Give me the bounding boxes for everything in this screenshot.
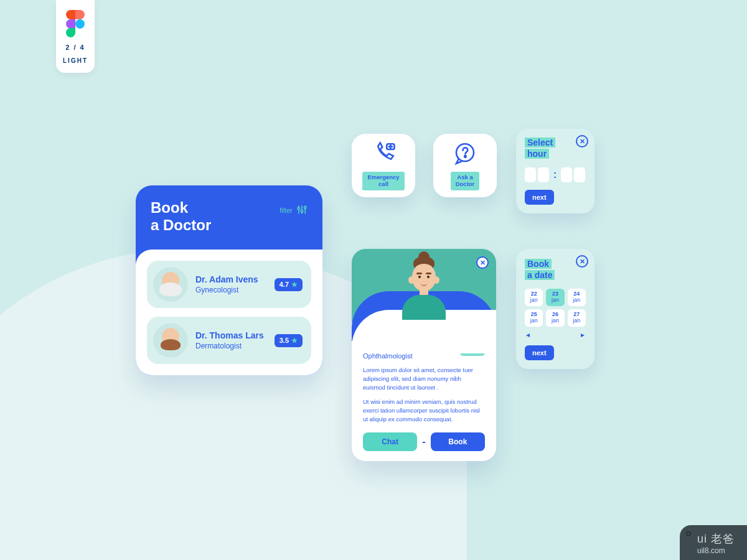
figma-logo-icon bbox=[66, 10, 85, 37]
date-cell[interactable]: 25jan bbox=[525, 309, 543, 327]
svg-point-3 bbox=[301, 210, 303, 212]
chat-button[interactable]: Chat bbox=[363, 432, 417, 451]
doctor-name: Dr. Thomas Lars bbox=[195, 330, 267, 340]
book-date-card: ✕ Booka date 22jan23jan24jan25jan26jan27… bbox=[516, 249, 594, 369]
separator: - bbox=[422, 436, 425, 447]
doctor-name: Dr. Adam Ivens bbox=[195, 274, 267, 284]
hour-digit-input[interactable] bbox=[538, 167, 549, 182]
next-button[interactable]: next bbox=[525, 345, 554, 360]
book-doctor-title: Book a Doctor bbox=[151, 199, 211, 233]
doctor-list-item[interactable]: Dr. Thomas Lars Dermatologist 3.5 ★ bbox=[147, 317, 311, 364]
emergency-call-tile[interactable]: Emergencycall bbox=[352, 134, 415, 197]
watermark-logo: ui 老爸 bbox=[697, 531, 735, 546]
date-grid: 22jan23jan24jan25jan26jan27jan bbox=[525, 289, 586, 327]
next-arrow-icon[interactable]: ▸ bbox=[581, 330, 585, 339]
rating-value: 3.5 bbox=[280, 337, 289, 344]
tile-label: Emergencycall bbox=[362, 172, 404, 190]
date-cell[interactable]: 24jan bbox=[568, 289, 586, 306]
svg-point-1 bbox=[298, 207, 300, 210]
rating-badge: 3.5 ★ bbox=[275, 334, 303, 347]
book-button[interactable]: Book bbox=[431, 432, 485, 451]
figma-badge: 2 / 4 LIGHT bbox=[56, 0, 95, 73]
svg-point-10 bbox=[464, 156, 466, 157]
avatar bbox=[153, 323, 188, 358]
select-hour-card: ✕ Selecthour : next bbox=[516, 129, 594, 213]
badge-count: 2 / 4 bbox=[65, 44, 85, 51]
phone-plus-icon bbox=[370, 141, 397, 167]
filter-button[interactable]: filter bbox=[280, 204, 308, 217]
minute-digit-input[interactable] bbox=[561, 167, 572, 182]
close-icon[interactable]: ✕ bbox=[576, 135, 588, 147]
book-doctor-card: Book a Doctor filter Dr. Adam Ivens Gyne… bbox=[136, 185, 322, 375]
book-doctor-header: Book a Doctor filter bbox=[136, 185, 322, 258]
rating-value: 4.7 bbox=[280, 281, 289, 288]
title-line-2: a Doctor bbox=[151, 217, 211, 233]
question-chat-icon bbox=[452, 141, 478, 167]
time-separator: : bbox=[553, 169, 557, 180]
close-icon[interactable]: ✕ bbox=[576, 255, 588, 268]
bio-paragraph: Ut wisi enim ad minim veniam, quis nostr… bbox=[363, 398, 485, 423]
doctor-list-item[interactable]: Dr. Adam Ivens Gynecologist 4.7 ★ bbox=[147, 261, 311, 308]
doctor-specialty: Dermatologist bbox=[195, 342, 267, 350]
date-cell[interactable]: 22jan bbox=[525, 289, 543, 306]
watermark-dot-icon bbox=[686, 531, 691, 536]
next-button[interactable]: next bbox=[525, 190, 554, 205]
tile-label: Ask aDoctor bbox=[451, 172, 480, 190]
bio-paragraph: Lorem ipsum dolor sit amet, consecte tue… bbox=[363, 366, 485, 391]
avatar bbox=[396, 256, 452, 315]
date-cell[interactable]: 23jan bbox=[546, 289, 564, 306]
filter-label: filter bbox=[280, 207, 293, 214]
sliders-icon bbox=[296, 204, 308, 217]
minute-digit-input[interactable] bbox=[574, 167, 585, 182]
hour-digit-input[interactable] bbox=[525, 167, 536, 182]
title-line-1: Book bbox=[151, 199, 188, 216]
doctor-list: Dr. Adam Ivens Gynecologist 4.7 ★ Dr. Th… bbox=[136, 250, 322, 375]
rating-badge: 4.7 ★ bbox=[275, 278, 303, 291]
date-cell[interactable]: 27jan bbox=[568, 309, 586, 327]
avatar bbox=[153, 267, 188, 302]
doctor-specialty: Gynecologist bbox=[195, 286, 267, 294]
date-cell[interactable]: 26jan bbox=[546, 309, 564, 327]
watermark-url: uil8.com bbox=[697, 546, 735, 555]
badge-mode: LIGHT bbox=[63, 57, 88, 64]
close-icon[interactable]: ✕ bbox=[476, 256, 489, 269]
star-icon: ★ bbox=[291, 281, 298, 289]
svg-point-5 bbox=[304, 206, 306, 208]
star-icon: ★ bbox=[291, 337, 298, 345]
doctor-bio: Lorem ipsum dolor sit amet, consecte tue… bbox=[363, 366, 485, 424]
hour-input-row: : bbox=[525, 167, 586, 182]
profile-hero: ✕ bbox=[352, 249, 496, 322]
doctor-profile-card: ✕ Dr. Mary Kidman Ophthalmologist 3.5 ★ … bbox=[352, 249, 496, 461]
watermark: ui 老爸 uil8.com bbox=[680, 525, 747, 560]
prev-arrow-icon[interactable]: ◂ bbox=[526, 330, 530, 339]
ask-doctor-tile[interactable]: Ask aDoctor bbox=[433, 134, 497, 197]
